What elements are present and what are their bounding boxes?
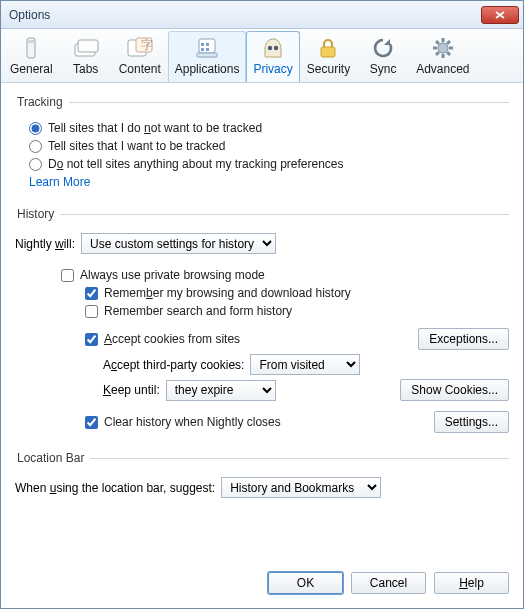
tab-privacy[interactable]: Privacy (246, 31, 299, 82)
checkbox-remember-history[interactable] (85, 287, 98, 300)
applications-icon (191, 36, 223, 60)
tab-security[interactable]: Security (300, 31, 357, 82)
ok-button[interactable]: OK (268, 572, 343, 594)
keep-until-select[interactable]: they expire (166, 380, 276, 401)
titlebar: Options (1, 1, 523, 29)
privacy-panel: Tracking Tell sites that I do not want t… (1, 83, 523, 562)
tab-privacy-label: Privacy (253, 62, 292, 76)
history-mode-select[interactable]: Use custom settings for history (81, 233, 276, 254)
clear-on-close-check[interactable]: Clear history when Nightly closes (85, 415, 281, 429)
remember-history-check[interactable]: Remember my browsing and download histor… (85, 286, 351, 300)
options-window: Options General Tabs 字 Content (0, 0, 524, 609)
general-icon (15, 36, 47, 60)
sync-icon (367, 36, 399, 60)
history-will-label: Nightly will: (15, 237, 75, 251)
svg-line-23 (447, 41, 450, 44)
tab-advanced-label: Advanced (416, 62, 469, 76)
security-icon (312, 36, 344, 60)
svg-point-13 (268, 46, 272, 50)
window-title: Options (9, 8, 481, 22)
tab-general[interactable]: General (3, 31, 60, 82)
tracking-opt-no-pref[interactable]: Do not tell sites anything about my trac… (29, 157, 344, 171)
checkbox-remember-form[interactable] (85, 305, 98, 318)
svg-rect-12 (197, 53, 217, 57)
suggest-select[interactable]: History and Bookmarks (221, 477, 381, 498)
svg-point-16 (438, 43, 448, 53)
tracking-opt-do-track[interactable]: Tell sites that I want to be tracked (29, 139, 225, 153)
svg-point-14 (274, 46, 278, 50)
svg-rect-3 (78, 40, 98, 52)
checkbox-always-private[interactable] (61, 269, 74, 282)
content-icon: 字 (124, 36, 156, 60)
exceptions-button[interactable]: Exceptions... (418, 328, 509, 350)
tabs-icon (70, 36, 102, 60)
location-bar-group: Location Bar When using the location bar… (15, 451, 509, 502)
help-button[interactable]: Help (434, 572, 509, 594)
tab-security-label: Security (307, 62, 350, 76)
radio-do-not-track[interactable] (29, 122, 42, 135)
always-private-check[interactable]: Always use private browsing mode (61, 268, 265, 282)
svg-line-21 (436, 41, 439, 44)
svg-rect-1 (28, 40, 34, 43)
advanced-icon (427, 36, 459, 60)
tab-applications[interactable]: Applications (168, 31, 247, 82)
cancel-button[interactable]: Cancel (351, 572, 426, 594)
privacy-icon (257, 36, 289, 60)
tracking-group: Tracking Tell sites that I do not want t… (15, 95, 509, 193)
accept-cookies-check[interactable]: Accept cookies from sites (85, 332, 240, 346)
tab-sync-label: Sync (364, 62, 402, 76)
tab-content[interactable]: 字 Content (112, 31, 168, 82)
category-toolbar: General Tabs 字 Content Applications Priv… (1, 29, 523, 83)
checkbox-accept-cookies[interactable] (85, 333, 98, 346)
svg-rect-8 (201, 43, 204, 46)
tracking-opt-do-not-track[interactable]: Tell sites that I do not want to be trac… (29, 121, 262, 135)
location-bar-legend: Location Bar (15, 451, 90, 465)
history-legend: History (15, 207, 60, 221)
svg-rect-15 (321, 47, 335, 57)
suggest-label: When using the location bar, suggest: (15, 481, 215, 495)
tab-advanced[interactable]: Advanced (409, 31, 476, 82)
show-cookies-button[interactable]: Show Cookies... (400, 379, 509, 401)
radio-no-pref[interactable] (29, 158, 42, 171)
svg-line-24 (436, 52, 439, 55)
keep-until-label: Keep until: (103, 383, 160, 397)
tab-tabs-label: Tabs (67, 62, 105, 76)
history-group: History Nightly will: Use custom setting… (15, 207, 509, 437)
tracking-learn-more-link[interactable]: Learn More (29, 175, 90, 189)
remember-form-check[interactable]: Remember search and form history (85, 304, 292, 318)
dialog-buttons: OK Cancel Help (1, 562, 523, 608)
tab-applications-label: Applications (175, 62, 240, 76)
tab-general-label: General (10, 62, 53, 76)
third-party-label: Accept third-party cookies: (103, 358, 244, 372)
tab-sync[interactable]: Sync (357, 31, 409, 82)
radio-do-track[interactable] (29, 140, 42, 153)
svg-text:字: 字 (141, 38, 153, 52)
svg-line-22 (447, 52, 450, 55)
tab-tabs[interactable]: Tabs (60, 31, 112, 82)
tab-content-label: Content (119, 62, 161, 76)
close-icon (495, 11, 505, 19)
svg-rect-9 (206, 43, 209, 46)
svg-rect-11 (206, 48, 209, 51)
checkbox-clear-on-close[interactable] (85, 416, 98, 429)
tracking-legend: Tracking (15, 95, 69, 109)
svg-rect-10 (201, 48, 204, 51)
third-party-select[interactable]: From visited (250, 354, 360, 375)
clear-settings-button[interactable]: Settings... (434, 411, 509, 433)
close-button[interactable] (481, 6, 519, 24)
